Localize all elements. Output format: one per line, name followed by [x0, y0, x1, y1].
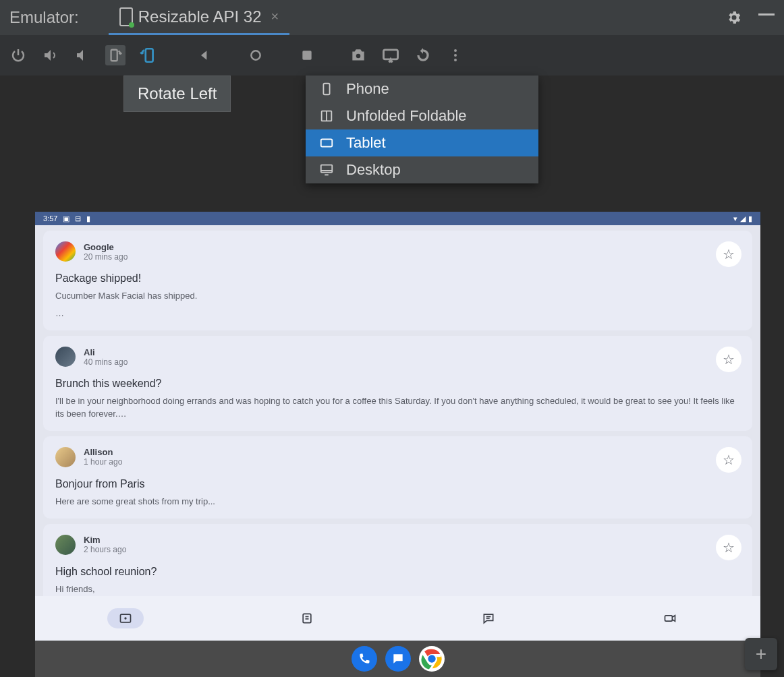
status-icon: ▮ — [86, 214, 90, 223]
emulator-screen: 3:57 ▣ ⊟ ▮ ▾ ◢ ▮ Google 20 mins ago ☆ Pa… — [35, 212, 760, 677]
article-icon — [300, 612, 314, 625]
settings-gear-icon[interactable] — [726, 9, 742, 26]
svg-point-25 — [428, 655, 435, 662]
sender-name: Google — [84, 242, 128, 252]
message-subject: Package shipped! — [55, 272, 740, 285]
display-mode-desktop[interactable]: Desktop — [306, 156, 538, 183]
svg-rect-23 — [665, 616, 672, 621]
zoom-add-button[interactable]: + — [745, 638, 777, 670]
message-time: 2 hours ago — [84, 545, 126, 554]
tablet-device-icon — [319, 136, 334, 150]
minimize-icon[interactable] — [758, 13, 775, 16]
svg-rect-1 — [146, 49, 153, 62]
star-icon: ☆ — [723, 246, 735, 262]
display-mode-icon[interactable] — [381, 45, 401, 65]
bottom-navigation — [35, 596, 760, 641]
svg-rect-9 — [323, 84, 329, 95]
star-icon: ☆ — [723, 539, 735, 556]
display-mode-label: Tablet — [346, 134, 386, 152]
message-time: 40 mins ago — [84, 357, 128, 367]
desktop-device-icon — [319, 163, 334, 177]
snapshot-icon[interactable] — [413, 45, 433, 65]
svg-point-17 — [125, 618, 127, 619]
nav-articles[interactable] — [289, 608, 325, 628]
svg-rect-3 — [302, 51, 311, 59]
favorite-button[interactable]: ☆ — [716, 347, 741, 372]
rotate-left-icon[interactable] — [138, 45, 158, 65]
email-app: Google 20 mins ago ☆ Package shipped! Cu… — [35, 225, 760, 596]
rotate-right-icon[interactable] — [105, 45, 125, 65]
message-subject: Brunch this weekend? — [55, 378, 740, 390]
email-card[interactable]: Google 20 mins ago ☆ Package shipped! Cu… — [43, 231, 752, 330]
favorite-button[interactable]: ☆ — [716, 535, 741, 560]
email-card[interactable]: Ali 40 mins ago ☆ Brunch this weekend? I… — [43, 336, 752, 430]
svg-point-8 — [454, 59, 457, 61]
display-mode-label: Desktop — [346, 161, 401, 179]
chrome-app-icon[interactable] — [419, 646, 445, 672]
emulator-label: Emulator: — [9, 8, 79, 27]
chat-icon — [482, 612, 495, 625]
message-subject: Bonjour from Paris — [55, 478, 740, 490]
title-bar: Emulator: Resizable API 32 × — [0, 0, 784, 35]
video-icon — [663, 612, 677, 625]
message-body: Hi friends, — [55, 583, 740, 595]
svg-point-4 — [356, 54, 361, 59]
svg-rect-0 — [111, 50, 117, 61]
avatar — [55, 535, 76, 555]
rotate-left-tooltip: Rotate Left — [123, 76, 231, 112]
message-body-more: … — [55, 307, 740, 320]
message-body: Cucumber Mask Facial has shipped. — [55, 290, 740, 302]
emulator-tab[interactable]: Resizable API 32 × — [109, 0, 289, 35]
message-time: 1 hour ago — [84, 457, 122, 467]
volume-down-icon[interactable] — [73, 45, 93, 65]
display-mode-label: Phone — [346, 80, 389, 98]
display-mode-phone[interactable]: Phone — [306, 76, 538, 102]
email-card[interactable]: Allison 1 hour ago ☆ Bonjour from Paris … — [43, 436, 752, 519]
device-icon — [119, 7, 133, 26]
android-status-bar: 3:57 ▣ ⊟ ▮ ▾ ◢ ▮ — [35, 212, 760, 225]
home-icon[interactable] — [246, 45, 266, 65]
phone-device-icon — [319, 82, 334, 96]
message-body: Here are some great shots from my trip..… — [55, 496, 740, 508]
nav-chat[interactable] — [470, 608, 507, 628]
svg-point-2 — [251, 51, 260, 59]
overview-icon[interactable] — [297, 45, 317, 65]
avatar — [55, 347, 76, 367]
sender-name: Allison — [84, 447, 122, 457]
wifi-icon: ▾ — [733, 214, 737, 223]
svg-point-7 — [454, 54, 457, 57]
nav-video[interactable] — [652, 608, 688, 628]
status-time: 3:57 — [43, 214, 57, 223]
star-icon: ☆ — [723, 351, 735, 367]
battery-icon: ▮ — [748, 214, 752, 223]
svg-point-6 — [454, 49, 457, 52]
screenshot-icon[interactable] — [348, 45, 368, 65]
message-body: I'll be in your neighborhood doing erran… — [55, 395, 740, 419]
sender-name: Ali — [84, 347, 128, 357]
display-mode-tablet[interactable]: Tablet — [306, 129, 538, 156]
email-card[interactable]: Kim 2 hours ago ☆ High school reunion? H… — [43, 524, 752, 596]
volume-up-icon[interactable] — [40, 45, 61, 65]
display-mode-label: Unfolded Foldable — [346, 107, 467, 125]
phone-app-icon[interactable] — [352, 646, 377, 672]
avatar — [55, 447, 76, 467]
svg-rect-13 — [321, 165, 333, 173]
status-icon: ▣ — [63, 214, 69, 223]
favorite-button[interactable]: ☆ — [716, 447, 741, 473]
android-taskbar — [35, 641, 760, 677]
favorite-button[interactable]: ☆ — [716, 241, 741, 267]
svg-rect-12 — [321, 140, 333, 147]
message-time: 20 mins ago — [84, 252, 128, 262]
back-icon[interactable] — [194, 45, 215, 65]
foldable-device-icon — [319, 109, 334, 123]
more-icon[interactable] — [445, 45, 466, 65]
message-subject: High school reunion? — [55, 566, 740, 578]
close-tab-icon[interactable]: × — [271, 9, 279, 24]
display-mode-unfolded[interactable]: Unfolded Foldable — [306, 102, 538, 129]
nav-inbox[interactable] — [107, 608, 144, 628]
power-icon[interactable] — [8, 45, 28, 65]
messages-app-icon[interactable] — [385, 646, 411, 672]
plus-icon: + — [756, 643, 766, 665]
inbox-icon — [119, 612, 132, 625]
avatar — [55, 241, 76, 262]
